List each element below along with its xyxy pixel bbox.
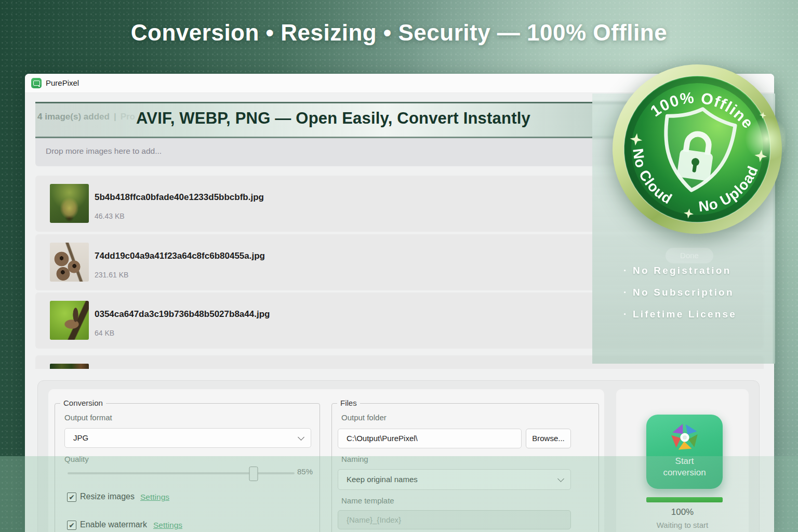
picture-icon xyxy=(33,81,40,86)
offline-badge: 100% Offline No Cloud No Uploads xyxy=(609,61,786,237)
file-thumbnail xyxy=(50,364,89,369)
resize-images-checkbox[interactable]: ✔ xyxy=(67,493,76,502)
output-format-label: Output format xyxy=(64,413,112,422)
promo-banner-text: AVIF, WEBP, PNG — Open Easily, Convert I… xyxy=(136,103,530,134)
file-name: 0354ca647da3c19b736b48b5027b8a44.jpg xyxy=(95,309,270,320)
naming-select[interactable]: Keep original names xyxy=(338,469,571,490)
name-template-label: Name template xyxy=(341,496,394,505)
settings-card: Conversion Output format JPG Quality 85%… xyxy=(48,389,604,532)
benefit-item: ·No Subscription xyxy=(623,287,737,309)
progress-bar xyxy=(646,497,723,502)
check-icon: ✔ xyxy=(68,521,76,529)
file-size: 231.61 KB xyxy=(95,271,128,279)
picture-dot-icon xyxy=(38,86,40,87)
badge-medallion: 100% Offline No Cloud No Uploads xyxy=(609,61,786,237)
quality-slider[interactable] xyxy=(68,471,295,475)
quality-label: Quality xyxy=(64,455,89,463)
output-folder-input[interactable]: C:\Output\PurePixel\ xyxy=(338,429,522,448)
file-thumbnail xyxy=(50,301,89,340)
app-logo-icon xyxy=(31,78,42,88)
resize-settings-link[interactable]: Settings xyxy=(140,493,169,502)
naming-label: Naming xyxy=(341,455,368,463)
benefit-item: ·Lifetime License xyxy=(623,309,737,330)
check-icon: ✔ xyxy=(68,493,76,501)
quality-value: 85% xyxy=(297,467,313,476)
file-size: 46.43 KB xyxy=(95,212,125,220)
slider-track[interactable] xyxy=(68,472,295,474)
start-button-label: Start conversion xyxy=(646,456,723,478)
done-badge-faint: Done xyxy=(666,248,713,263)
file-name: 5b4b418ffca0bfade40e1233d5bbcbfb.jpg xyxy=(95,192,264,203)
conversion-group: Conversion Output format JPG Quality 85%… xyxy=(55,403,320,532)
file-thumbnail xyxy=(50,184,89,223)
settings-panel: Conversion Output format JPG Quality 85%… xyxy=(37,380,760,532)
drop-zone-hint: Drop more images here to add... xyxy=(46,136,162,166)
benefit-item: ·No Registration xyxy=(623,265,737,287)
progress-fill xyxy=(646,497,723,502)
file-size: 64 KB xyxy=(95,329,114,337)
watermark-settings-link[interactable]: Settings xyxy=(153,521,182,530)
slider-handle[interactable] xyxy=(249,467,258,481)
benefit-list: ·No Registration ·No Subscription ·Lifet… xyxy=(623,265,737,330)
progress-percent: 100% xyxy=(616,507,749,517)
name-template-input: {Name}_{Index} xyxy=(338,510,571,529)
enable-watermark-checkbox[interactable]: ✔ xyxy=(67,521,76,530)
files-group-legend: Files xyxy=(337,398,360,407)
files-group: Files Output folder C:\Output\PurePixel\… xyxy=(331,403,599,532)
enable-watermark-label: Enable watermark xyxy=(80,520,147,529)
bullet-icon: · xyxy=(623,309,633,320)
browse-button[interactable]: Browse... xyxy=(526,429,571,448)
output-folder-value: C:\Output\PurePixel\ xyxy=(347,429,418,448)
file-thumbnail xyxy=(50,243,89,282)
promo-headline: Conversion • Resizing • Security — 100% … xyxy=(0,20,798,46)
aperture-icon xyxy=(670,422,700,453)
file-name: 74dd19c04a9a41f23a64c8fc6b80455a.jpg xyxy=(95,251,265,261)
promo-background: Conversion • Resizing • Security — 100% … xyxy=(0,0,798,532)
window-title: PurePixel xyxy=(46,74,79,92)
bullet-icon: · xyxy=(623,287,633,298)
chevron-down-icon xyxy=(557,475,564,482)
conversion-group-legend: Conversion xyxy=(60,398,106,407)
output-folder-label: Output folder xyxy=(341,413,387,422)
chevron-down-icon xyxy=(298,434,304,441)
bullet-icon: · xyxy=(623,265,633,276)
start-conversion-button[interactable]: Start conversion xyxy=(646,415,723,489)
progress-status: Waiting to start xyxy=(616,521,749,529)
resize-images-label: Resize images xyxy=(80,492,135,501)
start-card: Start conversion 100% Waiting to start xyxy=(616,389,749,532)
name-template-value: {Name}_{Index} xyxy=(347,511,401,529)
resize-row: ✔ Resize images Settings xyxy=(55,491,320,504)
watermark-row: ✔ Enable watermark Settings xyxy=(55,520,320,532)
output-format-value: JPG xyxy=(73,429,88,447)
output-format-select[interactable]: JPG xyxy=(64,428,311,448)
naming-value: Keep original names xyxy=(347,470,418,489)
